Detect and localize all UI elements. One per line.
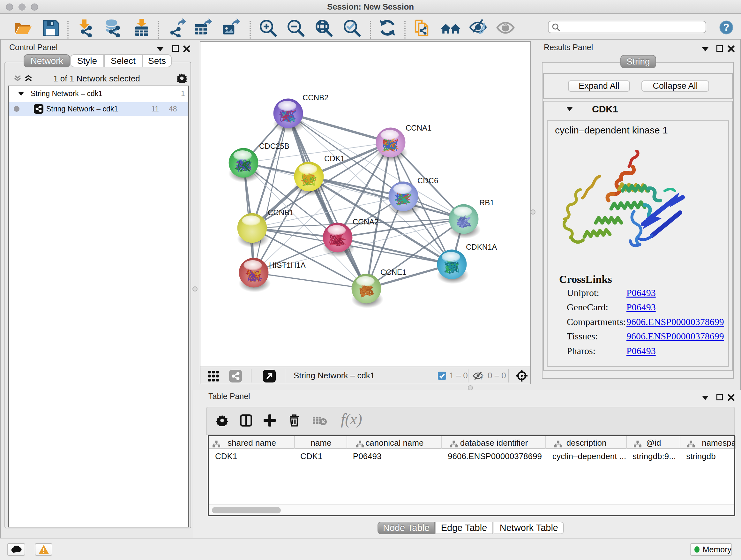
svg-text:CCNA2: CCNA2	[353, 217, 379, 226]
svg-text:CDC6: CDC6	[417, 176, 438, 185]
svg-text:CCNB1: CCNB1	[268, 208, 293, 217]
svg-text:?: ?	[723, 22, 729, 33]
svg-text:HIST1H1A: HIST1H1A	[269, 261, 306, 269]
svg-text:CDK1: CDK1	[324, 154, 345, 163]
svg-text:CDC25B: CDC25B	[259, 142, 289, 150]
svg-text:CDKN1A: CDKN1A	[466, 243, 497, 251]
svg-text:CCNA1: CCNA1	[406, 124, 431, 132]
svg-text:CCNB2: CCNB2	[302, 93, 328, 102]
svg-text:RB1: RB1	[479, 198, 494, 207]
svg-text:CCNE1: CCNE1	[381, 268, 406, 276]
